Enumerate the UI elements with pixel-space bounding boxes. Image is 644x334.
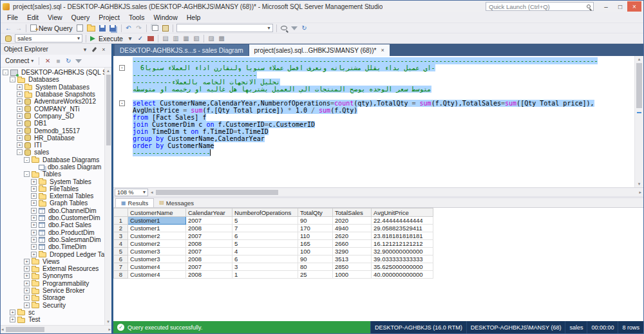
close-button[interactable]: × — [627, 1, 641, 12]
new-file-icon[interactable] — [75, 23, 85, 33]
grid-cell[interactable]: Customer3 — [128, 255, 186, 263]
tree-item-company-nti[interactable]: +COMPANY_NTi — [1, 105, 111, 112]
paste-icon[interactable] — [160, 23, 171, 33]
uncomment-icon[interactable]: ▧ — [191, 33, 202, 43]
row-number[interactable]: 3 — [114, 232, 128, 240]
grid-cell[interactable]: 165 — [298, 240, 333, 248]
tree-item-system-databases[interactable]: +System Databases — [1, 84, 111, 91]
menu-item-view[interactable]: View — [43, 13, 67, 22]
expand-icon[interactable]: + — [31, 237, 37, 243]
collapse-icon[interactable]: - — [24, 171, 30, 177]
code-line[interactable]: from [Fact Sales] f — [113, 114, 634, 121]
expand-icon[interactable]: + — [17, 113, 23, 119]
fold-collapse-icon[interactable]: - — [119, 65, 125, 71]
tree-item-test[interactable]: +Test — [1, 316, 111, 323]
expand-icon[interactable]: + — [24, 266, 30, 272]
tree-item-storage[interactable]: +Storage — [1, 294, 111, 301]
expand-icon[interactable]: + — [31, 186, 37, 192]
database-icon[interactable] — [3, 33, 14, 43]
grid-cell[interactable]: 23.818181818181 — [372, 232, 433, 240]
expand-icon[interactable]: + — [24, 288, 30, 293]
save-icon[interactable] — [97, 23, 108, 33]
expand-icon[interactable]: + — [17, 135, 23, 141]
nav-forward-icon[interactable]: → — [14, 23, 24, 33]
indent-icon[interactable]: ▨ — [206, 33, 216, 43]
tree-item-dbo-channeldim[interactable]: +dbo.ChannelDim — [1, 207, 111, 214]
expand-icon[interactable]: + — [31, 208, 37, 214]
redo-icon[interactable]: ↷ — [134, 23, 144, 33]
expand-icon[interactable]: + — [31, 252, 37, 257]
grid-cell[interactable]: Customer1 — [128, 225, 186, 232]
tree-item-desktop-aghbkjs-sql-server-16-0-[interactable]: -DESKTOP-AGHBKJS (SQL Server 16.0... — [1, 69, 111, 76]
expand-icon[interactable]: + — [31, 222, 37, 228]
tree-item-security[interactable]: +Security — [1, 302, 111, 309]
code-line[interactable]: - اي عميل بداء يقلل مشترياته ونعرف افضل … — [113, 64, 634, 71]
tree-item-external-tables[interactable]: +External Tables — [1, 192, 111, 199]
code-line[interactable]: order by CustomerName — [113, 142, 634, 149]
grid-cell[interactable]: 2007 — [186, 232, 232, 240]
minimize-button[interactable]: – — [599, 1, 613, 12]
column-header-customername[interactable]: CustomerName — [128, 209, 186, 217]
tree-item-sales[interactable]: -sales — [1, 149, 111, 156]
row-number[interactable]: 2 — [114, 225, 128, 232]
grid-cell[interactable]: 32.900000000000 — [372, 248, 433, 255]
row-number[interactable]: 6 — [114, 255, 128, 263]
column-header-totalqty[interactable]: TotalQty — [298, 209, 333, 217]
expand-icon[interactable]: + — [17, 120, 23, 126]
grid-cell[interactable]: Customer4 — [128, 271, 186, 279]
editor-hscrollbar[interactable]: ◂ ▸ — [150, 189, 642, 196]
grid-cell[interactable]: 170 — [298, 225, 333, 232]
tree-item-dbo-timedim[interactable]: +dbo.TimeDim — [1, 243, 111, 250]
expand-icon[interactable]: + — [31, 244, 37, 250]
expand-icon[interactable]: + — [17, 142, 23, 148]
tree-item-service-broker[interactable]: +Service Broker — [1, 287, 111, 294]
grid-cell[interactable]: 2660 — [333, 240, 372, 248]
chevron-down-icon[interactable]: ▾ — [80, 46, 90, 53]
grid-cell[interactable]: 3513 — [333, 255, 372, 263]
tree-item-sc[interactable]: +sc — [1, 309, 111, 316]
row-number[interactable]: 8 — [114, 271, 128, 279]
code-line[interactable]: -------------------- — [113, 149, 634, 156]
row-number[interactable]: 4 — [114, 240, 128, 248]
undo-icon[interactable]: ↶ — [124, 23, 134, 33]
database-combo[interactable]: sales▾ — [15, 34, 82, 42]
scroll-up-icon[interactable]: ▴ — [106, 68, 110, 74]
grid-cell[interactable]: 2008 — [186, 271, 232, 279]
menu-item-project[interactable]: Project — [94, 13, 124, 22]
grid-cell[interactable]: 90 — [298, 255, 333, 263]
filter-icon[interactable] — [289, 23, 299, 33]
grid-cell[interactable]: 25 — [298, 271, 333, 279]
tree-item-external-resources[interactable]: +External Resources — [1, 265, 111, 272]
grid-cell[interactable]: 39.033333333333 — [372, 255, 433, 263]
tree-item-iti[interactable]: +ITI — [1, 142, 111, 149]
tree-item-adventureworks2012[interactable]: +AdventureWorks2012 — [1, 98, 111, 105]
fold-collapse-icon[interactable]: - — [119, 100, 125, 106]
tree-item-dropped-ledger-tables[interactable]: +Dropped Ledger Tables — [1, 250, 111, 257]
object-explorer-hscrollbar[interactable]: ◂ ▸ — [1, 325, 111, 333]
grid-cell[interactable]: 100 — [298, 248, 333, 255]
grid-cell[interactable]: 80 — [298, 263, 333, 271]
expand-icon[interactable]: + — [31, 179, 37, 185]
refresh-icon[interactable]: ↻ — [299, 23, 310, 33]
tree-item-programmability[interactable]: +Programmability — [1, 280, 111, 287]
zoom-combo[interactable]: 108 % ▾ — [115, 189, 148, 196]
expand-icon[interactable]: + — [17, 106, 23, 112]
comment-icon[interactable]: ▦ — [181, 33, 191, 43]
code-line[interactable]: join TimeDim t on f.TimeID=t.TimeID — [113, 128, 634, 135]
expand-icon[interactable]: + — [17, 128, 23, 134]
expand-icon[interactable]: + — [10, 317, 15, 322]
close-icon[interactable]: × — [381, 47, 384, 53]
menu-item-file[interactable]: File — [3, 13, 23, 22]
tab-sql-query[interactable]: project(sales).sql...GHBKJS\MANSY (68))*… — [249, 44, 390, 56]
grid-cell[interactable]: 5 — [232, 240, 298, 248]
menu-item-edit[interactable]: Edit — [23, 13, 43, 22]
scrollbar-thumb[interactable] — [636, 63, 642, 108]
editor-vscrollbar[interactable]: ▴ ▾ — [634, 56, 643, 187]
grid-cell[interactable]: Customer2 — [128, 232, 186, 240]
code-line[interactable]: ----------------------------------------… — [113, 57, 634, 64]
grid-cell[interactable]: 2620 — [333, 232, 372, 240]
grid-cell[interactable]: 29.058823529411 — [372, 225, 433, 232]
scroll-down-icon[interactable]: ▾ — [638, 181, 641, 187]
expand-icon[interactable]: + — [31, 193, 37, 199]
tree-item-database-snapshots[interactable]: +Database Snapshots — [1, 91, 111, 98]
